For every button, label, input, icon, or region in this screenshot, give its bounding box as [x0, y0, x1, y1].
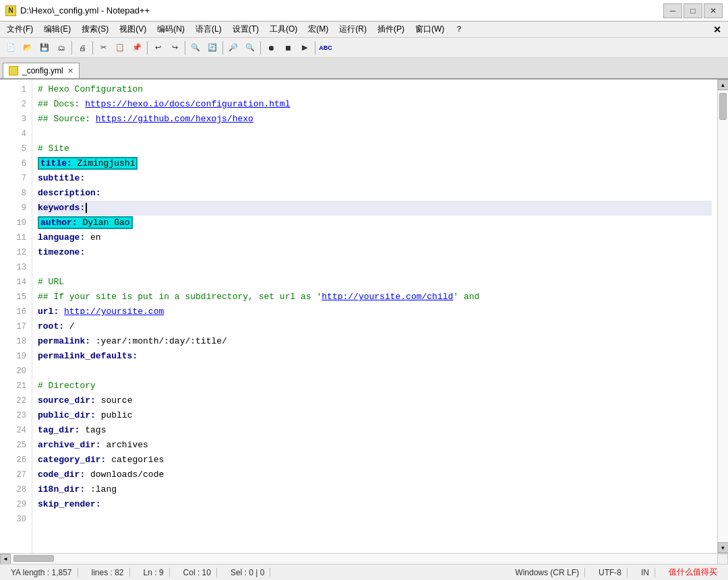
code-line-21[interactable]: # Directory: [38, 379, 712, 393]
menu-search[interactable]: 搜索(S): [78, 22, 113, 36]
tb-abc[interactable]: ABC: [317, 40, 334, 56]
tb-zoom-in[interactable]: 🔎: [225, 40, 241, 56]
menu-bar: 文件(F) 编辑(E) 搜索(S) 视图(V) 编码(N) 语言(L) 设置(T…: [0, 22, 728, 38]
status-col: Col : 10: [178, 568, 217, 577]
line-number-13: 13: [8, 260, 26, 275]
code-line-5[interactable]: # Site: [38, 141, 712, 156]
menu-close-x[interactable]: ✕: [709, 24, 725, 35]
code-line-2[interactable]: ## Docs: https://hexo.io/docs/configurat…: [38, 97, 712, 112]
code-line-27[interactable]: code_dir: downloads/code: [38, 468, 712, 482]
menu-language[interactable]: 语言(L): [191, 22, 226, 36]
toolbar-sep-6: [260, 41, 261, 55]
menu-tools[interactable]: 工具(O): [266, 22, 301, 36]
code-line-17[interactable]: root: /: [38, 319, 712, 334]
line-number-6: 6: [8, 156, 26, 171]
code-line-9[interactable]: keywords:: [38, 201, 712, 216]
code-line-26[interactable]: category_dir: categories: [38, 453, 712, 468]
code-line-7[interactable]: subtitle:: [38, 171, 712, 186]
line-number-20: 20: [8, 364, 26, 379]
code-line-29[interactable]: skip_render:: [38, 497, 712, 512]
tb-saveall[interactable]: 🗂: [53, 40, 69, 56]
line-number-15: 15: [8, 290, 26, 304]
tb-print[interactable]: 🖨: [74, 40, 90, 56]
scroll-left-button[interactable]: ◀: [0, 554, 11, 565]
menu-help[interactable]: ？: [451, 22, 467, 36]
menu-encoding[interactable]: 编码(N): [153, 22, 189, 36]
tab-config-yml[interactable]: _config.yml ✕: [3, 63, 80, 78]
toolbar-sep-1: [71, 41, 72, 55]
code-line-16[interactable]: url: http://yoursite.com: [38, 304, 712, 319]
code-line-6[interactable]: title: Zimingjushi: [38, 156, 712, 171]
scroll-track[interactable]: [718, 90, 728, 542]
status-sel: Sel : 0 | 0: [225, 568, 270, 577]
code-line-4[interactable]: [38, 127, 712, 141]
tb-zoom-out[interactable]: 🔍: [242, 40, 258, 56]
line-number-21: 21: [8, 379, 26, 393]
code-line-19[interactable]: permalink_defaults:: [38, 349, 712, 364]
hscroll-thumb[interactable]: [13, 555, 54, 562]
tb-find[interactable]: 🔍: [187, 40, 204, 56]
menu-file[interactable]: 文件(F): [3, 22, 37, 36]
code-line-3[interactable]: ## Source: https://github.com/hexojs/hex…: [38, 112, 712, 127]
title-bar: N D:\Hexo\_config.yml - Notepad++ ─ □ ✕: [0, 0, 728, 22]
menu-plugins[interactable]: 插件(P): [373, 22, 408, 36]
code-line-20[interactable]: [38, 364, 712, 379]
code-line-8[interactable]: description:: [38, 186, 712, 201]
line-number-19: 19: [8, 349, 26, 364]
code-line-12[interactable]: timezone:: [38, 245, 712, 260]
tb-copy[interactable]: 📋: [112, 40, 128, 56]
code-line-15[interactable]: ## If your site is put in a subdirectory…: [38, 290, 712, 304]
tab-close-button[interactable]: ✕: [67, 67, 73, 75]
code-line-1[interactable]: # Hexo Configuration: [38, 82, 712, 97]
tb-replace[interactable]: 🔄: [204, 40, 220, 56]
tb-undo[interactable]: ↩: [150, 40, 166, 56]
code-editor[interactable]: # Hexo Configuration## Docs: https://hex…: [32, 79, 717, 553]
menu-edit[interactable]: 编辑(E): [40, 22, 75, 36]
code-line-18[interactable]: permalink: :year/:month/:day/:title/: [38, 334, 712, 349]
editor-container[interactable]: 1234567891011121314151617181920212223242…: [0, 79, 728, 553]
menu-settings[interactable]: 设置(T): [229, 22, 263, 36]
scroll-up-button[interactable]: ▲: [718, 79, 729, 90]
status-watermark: 值什么值得买: [663, 567, 723, 578]
menu-macro[interactable]: 宏(M): [304, 22, 332, 36]
tb-new[interactable]: 📄: [3, 40, 19, 56]
code-line-11[interactable]: language: en: [38, 230, 712, 245]
vertical-scrollbar[interactable]: ▲ ▼: [717, 79, 728, 553]
code-line-22[interactable]: source_dir: source: [38, 393, 712, 408]
line-number-26: 26: [8, 453, 26, 468]
status-ln: Ln : 9: [138, 568, 170, 577]
tb-cut[interactable]: ✂: [95, 40, 111, 56]
tb-open[interactable]: 📂: [20, 40, 36, 56]
horizontal-scrollbar[interactable]: ◀: [0, 553, 728, 564]
code-line-13[interactable]: [38, 260, 712, 275]
code-line-10[interactable]: author: Dylan Gao: [38, 216, 712, 230]
scroll-thumb[interactable]: [719, 93, 727, 120]
tb-macro-play[interactable]: ▶: [297, 40, 313, 56]
tb-macro-rec[interactable]: ⏺: [263, 40, 279, 56]
code-line-23[interactable]: public_dir: public: [38, 408, 712, 423]
line-number-29: 29: [8, 497, 26, 512]
scroll-down-button[interactable]: ▼: [718, 542, 729, 553]
tb-redo[interactable]: ↪: [166, 40, 183, 56]
minimize-button[interactable]: ─: [663, 3, 682, 18]
tb-macro-stop[interactable]: ⏹: [280, 40, 296, 56]
menu-run[interactable]: 运行(R): [335, 22, 371, 36]
code-line-28[interactable]: i18n_dir: :lang: [38, 482, 712, 497]
maximize-button[interactable]: □: [684, 3, 702, 18]
tb-save[interactable]: 💾: [36, 40, 53, 56]
status-charset: UTF-8: [593, 568, 628, 577]
code-line-14[interactable]: # URL: [38, 275, 712, 290]
status-ya-length: YA length : 1,857: [5, 568, 78, 577]
menu-window[interactable]: 窗口(W): [411, 22, 448, 36]
close-button[interactable]: ✕: [704, 3, 723, 18]
code-line-25[interactable]: archive_dir: archives: [38, 438, 712, 453]
status-encoding: Windows (CR LF): [510, 568, 585, 577]
menu-view[interactable]: 视图(V): [115, 22, 150, 36]
line-number-23: 23: [8, 408, 26, 423]
line-number-5: 5: [8, 141, 26, 156]
code-line-30[interactable]: [38, 512, 712, 527]
tb-paste[interactable]: 📌: [129, 40, 145, 56]
window-controls: ─ □ ✕: [663, 3, 723, 18]
code-line-24[interactable]: tag_dir: tags: [38, 423, 712, 438]
hscroll-track[interactable]: [11, 554, 717, 564]
